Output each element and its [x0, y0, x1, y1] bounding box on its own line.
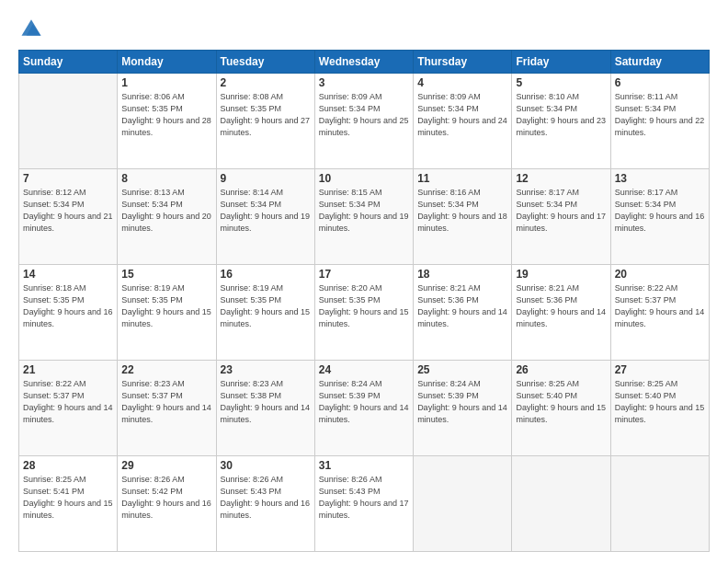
day-number: 28	[23, 459, 113, 472]
day-number: 26	[516, 363, 606, 376]
calendar-cell: 24Sunrise: 8:24 AMSunset: 5:39 PMDayligh…	[314, 361, 413, 456]
day-info: Sunrise: 8:18 AMSunset: 5:35 PMDaylight:…	[23, 282, 113, 330]
day-number: 21	[23, 363, 113, 376]
day-info: Sunrise: 8:22 AMSunset: 5:37 PMDaylight:…	[23, 378, 113, 426]
day-number: 12	[516, 172, 606, 185]
calendar-week-3: 14Sunrise: 8:18 AMSunset: 5:35 PMDayligh…	[19, 265, 710, 361]
calendar-cell: 25Sunrise: 8:24 AMSunset: 5:39 PMDayligh…	[414, 361, 512, 456]
calendar-cell: 17Sunrise: 8:20 AMSunset: 5:35 PMDayligh…	[314, 265, 413, 361]
calendar-cell	[414, 456, 512, 552]
calendar-cell: 2Sunrise: 8:08 AMSunset: 5:35 PMDaylight…	[216, 74, 314, 169]
day-number: 5	[516, 76, 606, 89]
day-info: Sunrise: 8:09 AMSunset: 5:34 PMDaylight:…	[417, 91, 507, 139]
calendar-cell: 29Sunrise: 8:26 AMSunset: 5:42 PMDayligh…	[118, 456, 216, 552]
day-info: Sunrise: 8:22 AMSunset: 5:37 PMDaylight:…	[615, 282, 705, 330]
weekday-header-row: SundayMondayTuesdayWednesdayThursdayFrid…	[19, 51, 710, 74]
calendar-cell: 18Sunrise: 8:21 AMSunset: 5:36 PMDayligh…	[414, 265, 512, 361]
calendar-cell: 9Sunrise: 8:14 AMSunset: 5:34 PMDaylight…	[216, 169, 314, 265]
day-info: Sunrise: 8:17 AMSunset: 5:34 PMDaylight:…	[516, 187, 606, 235]
day-info: Sunrise: 8:16 AMSunset: 5:34 PMDaylight:…	[417, 187, 507, 235]
calendar-cell: 22Sunrise: 8:23 AMSunset: 5:37 PMDayligh…	[118, 361, 216, 456]
day-number: 23	[221, 363, 311, 376]
day-info: Sunrise: 8:25 AMSunset: 5:41 PMDaylight:…	[23, 474, 113, 522]
day-info: Sunrise: 8:26 AMSunset: 5:42 PMDaylight:…	[121, 474, 211, 522]
day-number: 20	[615, 268, 705, 281]
day-info: Sunrise: 8:19 AMSunset: 5:35 PMDaylight:…	[121, 282, 211, 330]
calendar-cell: 12Sunrise: 8:17 AMSunset: 5:34 PMDayligh…	[512, 169, 610, 265]
calendar-cell: 11Sunrise: 8:16 AMSunset: 5:34 PMDayligh…	[414, 169, 512, 265]
weekday-header-wednesday: Wednesday	[314, 51, 413, 74]
day-number: 2	[221, 76, 311, 89]
day-info: Sunrise: 8:23 AMSunset: 5:37 PMDaylight:…	[121, 378, 211, 426]
day-number: 29	[121, 459, 211, 472]
day-number: 3	[319, 76, 409, 89]
calendar-cell: 31Sunrise: 8:26 AMSunset: 5:43 PMDayligh…	[314, 456, 413, 552]
day-number: 16	[221, 268, 311, 281]
day-info: Sunrise: 8:26 AMSunset: 5:43 PMDaylight:…	[319, 474, 409, 522]
page: SundayMondayTuesdayWednesdayThursdayFrid…	[0, 0, 728, 563]
logo	[18, 15, 48, 40]
calendar-cell: 7Sunrise: 8:12 AMSunset: 5:34 PMDaylight…	[19, 169, 118, 265]
calendar-cell: 21Sunrise: 8:22 AMSunset: 5:37 PMDayligh…	[19, 361, 118, 456]
day-info: Sunrise: 8:11 AMSunset: 5:34 PMDaylight:…	[615, 91, 705, 139]
calendar-cell: 15Sunrise: 8:19 AMSunset: 5:35 PMDayligh…	[118, 265, 216, 361]
weekday-header-friday: Friday	[512, 51, 610, 74]
calendar-week-5: 28Sunrise: 8:25 AMSunset: 5:41 PMDayligh…	[19, 456, 710, 552]
calendar-table: SundayMondayTuesdayWednesdayThursdayFrid…	[18, 50, 710, 552]
day-info: Sunrise: 8:25 AMSunset: 5:40 PMDaylight:…	[615, 378, 705, 426]
calendar-week-2: 7Sunrise: 8:12 AMSunset: 5:34 PMDaylight…	[19, 169, 710, 265]
logo-icon	[18, 15, 44, 40]
calendar-cell: 14Sunrise: 8:18 AMSunset: 5:35 PMDayligh…	[19, 265, 118, 361]
day-number: 18	[417, 268, 507, 281]
day-number: 17	[319, 268, 409, 281]
calendar-cell: 4Sunrise: 8:09 AMSunset: 5:34 PMDaylight…	[414, 74, 512, 169]
calendar-cell: 13Sunrise: 8:17 AMSunset: 5:34 PMDayligh…	[610, 169, 709, 265]
day-info: Sunrise: 8:21 AMSunset: 5:36 PMDaylight:…	[516, 282, 606, 330]
calendar-cell: 20Sunrise: 8:22 AMSunset: 5:37 PMDayligh…	[610, 265, 709, 361]
day-number: 31	[319, 459, 409, 472]
calendar-cell: 1Sunrise: 8:06 AMSunset: 5:35 PMDaylight…	[118, 74, 216, 169]
day-number: 30	[221, 459, 311, 472]
weekday-header-monday: Monday	[118, 51, 216, 74]
day-info: Sunrise: 8:20 AMSunset: 5:35 PMDaylight:…	[319, 282, 409, 330]
day-number: 4	[417, 76, 507, 89]
day-number: 15	[121, 268, 211, 281]
calendar-cell: 23Sunrise: 8:23 AMSunset: 5:38 PMDayligh…	[216, 361, 314, 456]
day-info: Sunrise: 8:19 AMSunset: 5:35 PMDaylight:…	[221, 282, 311, 330]
day-number: 14	[23, 268, 113, 281]
calendar-cell: 16Sunrise: 8:19 AMSunset: 5:35 PMDayligh…	[216, 265, 314, 361]
calendar-cell	[19, 74, 118, 169]
day-info: Sunrise: 8:06 AMSunset: 5:35 PMDaylight:…	[121, 91, 211, 139]
calendar-cell: 8Sunrise: 8:13 AMSunset: 5:34 PMDaylight…	[118, 169, 216, 265]
calendar-cell: 19Sunrise: 8:21 AMSunset: 5:36 PMDayligh…	[512, 265, 610, 361]
day-info: Sunrise: 8:24 AMSunset: 5:39 PMDaylight:…	[417, 378, 507, 426]
day-number: 25	[417, 363, 507, 376]
calendar-cell: 28Sunrise: 8:25 AMSunset: 5:41 PMDayligh…	[19, 456, 118, 552]
weekday-header-sunday: Sunday	[19, 51, 118, 74]
calendar-cell	[610, 456, 709, 552]
day-info: Sunrise: 8:10 AMSunset: 5:34 PMDaylight:…	[516, 91, 606, 139]
header	[18, 15, 710, 40]
calendar-week-1: 1Sunrise: 8:06 AMSunset: 5:35 PMDaylight…	[19, 74, 710, 169]
calendar-cell: 6Sunrise: 8:11 AMSunset: 5:34 PMDaylight…	[610, 74, 709, 169]
calendar-week-4: 21Sunrise: 8:22 AMSunset: 5:37 PMDayligh…	[19, 361, 710, 456]
day-number: 1	[121, 76, 211, 89]
day-info: Sunrise: 8:24 AMSunset: 5:39 PMDaylight:…	[319, 378, 409, 426]
day-info: Sunrise: 8:23 AMSunset: 5:38 PMDaylight:…	[221, 378, 311, 426]
day-info: Sunrise: 8:13 AMSunset: 5:34 PMDaylight:…	[121, 187, 211, 235]
calendar-cell: 30Sunrise: 8:26 AMSunset: 5:43 PMDayligh…	[216, 456, 314, 552]
day-number: 10	[319, 172, 409, 185]
day-info: Sunrise: 8:08 AMSunset: 5:35 PMDaylight:…	[221, 91, 311, 139]
day-number: 13	[615, 172, 705, 185]
calendar-cell: 10Sunrise: 8:15 AMSunset: 5:34 PMDayligh…	[314, 169, 413, 265]
weekday-header-thursday: Thursday	[414, 51, 512, 74]
day-info: Sunrise: 8:17 AMSunset: 5:34 PMDaylight:…	[615, 187, 705, 235]
calendar-cell: 27Sunrise: 8:25 AMSunset: 5:40 PMDayligh…	[610, 361, 709, 456]
day-info: Sunrise: 8:14 AMSunset: 5:34 PMDaylight:…	[221, 187, 311, 235]
calendar-cell: 5Sunrise: 8:10 AMSunset: 5:34 PMDaylight…	[512, 74, 610, 169]
day-info: Sunrise: 8:21 AMSunset: 5:36 PMDaylight:…	[417, 282, 507, 330]
day-info: Sunrise: 8:12 AMSunset: 5:34 PMDaylight:…	[23, 187, 113, 235]
day-info: Sunrise: 8:25 AMSunset: 5:40 PMDaylight:…	[516, 378, 606, 426]
weekday-header-tuesday: Tuesday	[216, 51, 314, 74]
day-number: 19	[516, 268, 606, 281]
